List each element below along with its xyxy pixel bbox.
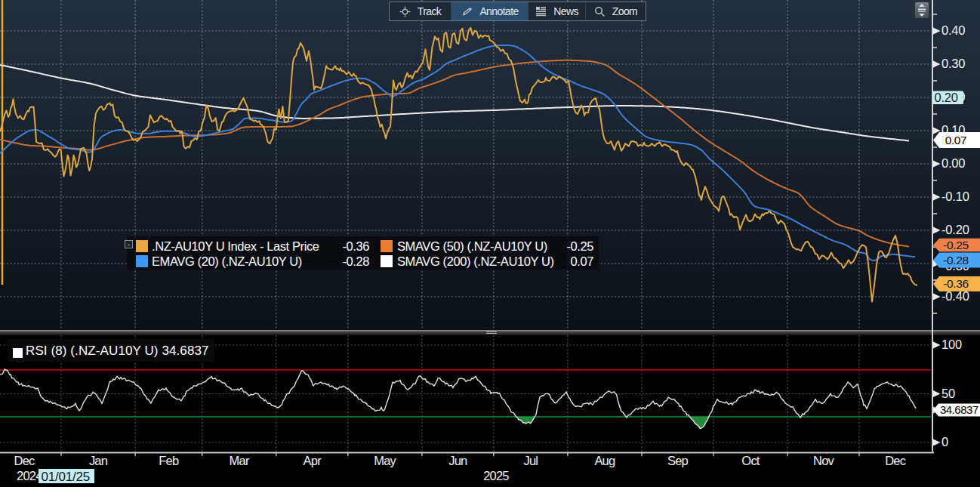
svg-text:Sep: Sep <box>667 454 689 467</box>
svg-text:-0.25: -0.25 <box>943 239 968 251</box>
svg-text:Dec: Dec <box>885 454 905 467</box>
svg-text:50: 50 <box>941 387 955 400</box>
svg-text:0.20: 0.20 <box>935 91 958 104</box>
svg-text:-0.28: -0.28 <box>943 254 968 267</box>
svg-text:0.40: 0.40 <box>941 23 965 37</box>
svg-text:-0.10: -0.10 <box>941 190 969 203</box>
svg-text:-0.20: -0.20 <box>941 223 969 236</box>
svg-text:May: May <box>374 454 396 467</box>
svg-text:0.00: 0.00 <box>941 156 965 170</box>
svg-text:-0.36: -0.36 <box>943 277 968 290</box>
svg-text:Feb: Feb <box>159 454 179 467</box>
svg-text:Oct: Oct <box>741 454 760 467</box>
svg-text:Dec: Dec <box>14 454 35 467</box>
svg-text:0.30: 0.30 <box>941 57 965 70</box>
svg-text:0: 0 <box>941 435 948 448</box>
svg-text:2025: 2025 <box>483 469 509 482</box>
svg-text:Jan: Jan <box>89 454 108 467</box>
svg-text:Jun: Jun <box>448 454 467 467</box>
svg-text:Nov: Nov <box>813 454 834 467</box>
svg-text:Apr: Apr <box>304 454 322 467</box>
svg-text:Mar: Mar <box>230 454 250 467</box>
svg-text:0.07: 0.07 <box>945 134 967 146</box>
svg-text:01/01/25: 01/01/25 <box>42 470 91 484</box>
svg-text:100: 100 <box>941 338 962 351</box>
svg-text:Aug: Aug <box>594 454 615 467</box>
svg-text:34.6837: 34.6837 <box>940 403 978 416</box>
svg-text:Jul: Jul <box>523 454 538 467</box>
